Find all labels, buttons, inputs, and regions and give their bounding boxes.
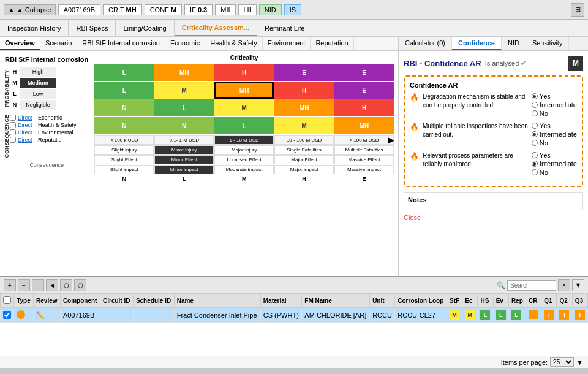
radio-intermediate-2[interactable]: Intermediate	[532, 131, 577, 138]
col-review: Review	[34, 294, 61, 308]
tab-scenario[interactable]: Scenario	[40, 37, 77, 50]
collapse-button[interactable]: ▲ ▲ Collapse	[4, 4, 56, 15]
tab-rbi-stf-internal[interactable]: RBI StF Internal corrosion	[77, 37, 165, 50]
notes-title: Notes	[408, 196, 579, 204]
crit-cell-0-2: H	[214, 64, 274, 81]
tab-inspection-history[interactable]: Inspection History	[0, 20, 69, 36]
cons-header-row: < 100 k USD 0.1- 1 M USD 1 - 10 M USD 10…	[94, 135, 394, 145]
tab-reputation[interactable]: Reputation	[311, 37, 353, 50]
radio-circle-int-1	[532, 102, 538, 108]
search-clear-button[interactable]: ×	[558, 279, 570, 291]
flame-icon-1: 🔥	[410, 93, 419, 102]
filter-icon[interactable]: ▼	[572, 279, 584, 291]
tab-remnant-life[interactable]: Remnant Life	[257, 20, 312, 36]
crit-cell-3-0: N	[94, 117, 154, 134]
cell-rep: L	[511, 310, 521, 320]
radio-yes-2[interactable]: Yes	[532, 122, 577, 129]
table-header-row: Type Review Component Circuit ID Schedul…	[1, 294, 588, 308]
row-checkbox[interactable]	[3, 311, 11, 319]
lii-tag[interactable]: LII	[238, 4, 257, 15]
tab-overview[interactable]: Overview	[0, 37, 40, 50]
cons-check-health[interactable]	[10, 122, 16, 128]
back-button[interactable]: ◄	[46, 279, 58, 291]
tab-nid[interactable]: NID	[502, 37, 526, 50]
crit-cell-1-1: M	[154, 82, 214, 99]
tab-health-safety[interactable]: Health & Safety	[205, 37, 262, 50]
col-q1: Q1	[541, 294, 557, 308]
radio-no-1[interactable]: No	[532, 110, 577, 117]
radio-intermediate-3[interactable]: Intermediate	[532, 160, 577, 167]
tab-calculator[interactable]: Calculator (0)	[399, 37, 452, 50]
col-rep: Rep	[508, 294, 526, 308]
col-material: Material	[260, 294, 302, 308]
minus-button[interactable]: −	[18, 279, 30, 291]
col-q2: Q2	[557, 294, 572, 308]
add-button[interactable]: +	[4, 279, 16, 291]
radio-circle-yes-1	[532, 93, 538, 99]
bottom-toolbar: + − = ◄ ⬡ ⬡ 🔍 × ▼	[0, 277, 588, 294]
radio-circle-int-2	[532, 131, 538, 137]
tab-lining-coating[interactable]: Lining/Coating	[116, 20, 174, 36]
cons-row-economic: Direct Economic	[10, 115, 77, 121]
crit-tag[interactable]: CRIT MH	[103, 4, 142, 15]
crit-cell-2-1: L	[154, 99, 214, 116]
tab-environment[interactable]: Environment	[263, 37, 311, 50]
select-all-checkbox[interactable]	[3, 296, 11, 304]
tab-rbi-specs[interactable]: RBI Specs	[69, 20, 116, 36]
conf-item-3-text: Relevant process parameters are reliably…	[423, 151, 528, 169]
corner-icon[interactable]: ⊞	[571, 3, 584, 17]
matrix-area: RBI StF Internal corrosion PROBABILITY H…	[0, 51, 398, 276]
tab-confidence[interactable]: Confidence	[452, 37, 502, 50]
type-dot	[17, 310, 25, 319]
crit-cell-3-1: N	[154, 117, 214, 134]
col-hs: HS	[478, 294, 493, 308]
hex-button-2[interactable]: ⬡	[74, 279, 86, 291]
cell-schedule-id	[133, 308, 174, 323]
nid-tag[interactable]: NID	[259, 4, 282, 15]
cons-direct-health[interactable]: Direct	[18, 122, 36, 128]
cons-direct-env[interactable]: Direct	[18, 129, 36, 135]
conf-item-1: 🔥 Degradation mechanism is stable and ca…	[410, 93, 577, 117]
cons-data-effect: Slight Effect Minor Effect Localised Eff…	[94, 155, 394, 164]
cell-component: A007169B	[60, 308, 100, 323]
mii-tag[interactable]: MII	[215, 4, 235, 15]
radio-yes-1[interactable]: Yes	[532, 93, 577, 100]
edit-icon[interactable]: ✏️	[36, 311, 45, 319]
crit-value: MH	[126, 6, 137, 13]
cell-name: Fract Condenser Inlet Pipe	[174, 308, 260, 323]
cons-data-impact: Slight impact Minor impact Moderate impa…	[94, 165, 394, 174]
hex-button-1[interactable]: ⬡	[60, 279, 72, 291]
conf-value: M	[171, 6, 176, 13]
cell-circuit-id	[100, 308, 133, 323]
asset-tag[interactable]: A007169B	[58, 4, 100, 15]
cons-check-economic[interactable]	[10, 115, 16, 121]
radio-no-2[interactable]: No	[532, 139, 577, 147]
equals-button[interactable]: =	[32, 279, 44, 291]
close-link[interactable]: Close	[404, 214, 583, 221]
col-type: Type	[14, 294, 34, 308]
per-page-select[interactable]: 25 50 100	[550, 357, 574, 367]
conf-tag[interactable]: CONF M	[145, 4, 182, 15]
col-cr: CR	[526, 294, 541, 308]
cons-direct-economic[interactable]: Direct	[18, 115, 36, 121]
tab-economic[interactable]: Economic	[165, 37, 205, 50]
radio-intermediate-1[interactable]: Intermediate	[532, 101, 577, 109]
search-input[interactable]	[507, 280, 556, 291]
tab-sensitivity[interactable]: Sensitivity	[526, 37, 570, 50]
conf-item-2-options: Yes Intermediate No	[532, 122, 577, 147]
radio-no-3[interactable]: No	[532, 169, 577, 176]
col-ec: Ec	[462, 294, 478, 308]
col-checkbox	[1, 294, 14, 308]
right-tab-row: Calculator (0) Confidence NID Sensitivit…	[399, 37, 588, 51]
search-area: 🔍 × ▼	[497, 279, 584, 291]
cell-hs: L	[480, 310, 490, 320]
is-tag[interactable]: IS	[284, 4, 301, 15]
cons-check-env[interactable]	[10, 129, 16, 135]
cons-check-rep[interactable]	[10, 137, 16, 143]
if-tag[interactable]: IF 0.3	[184, 4, 213, 15]
tab-criticality-assessment[interactable]: Criticality Assessm...	[175, 20, 257, 36]
rbi-matrix-body: PROBABILITY H High M Medium L Low	[4, 67, 89, 110]
cons-direct-rep[interactable]: Direct	[18, 137, 36, 143]
radio-yes-3[interactable]: Yes	[532, 151, 577, 159]
col-name: Name	[174, 294, 260, 308]
